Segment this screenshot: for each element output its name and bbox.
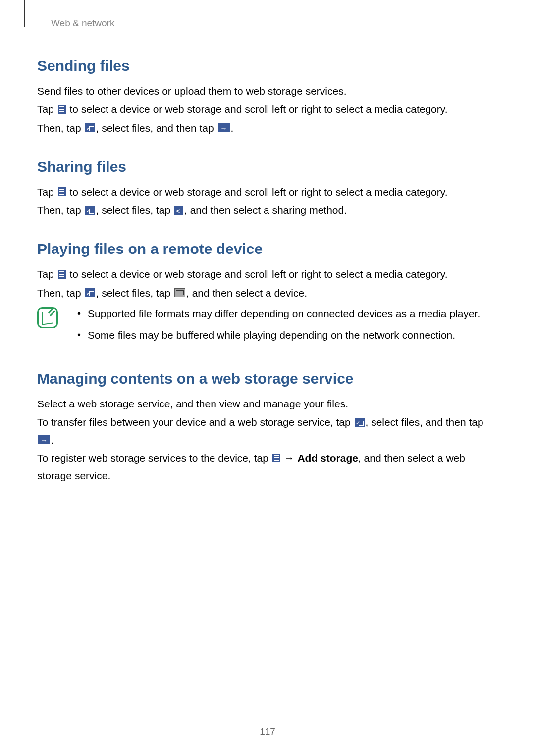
text-fragment: . bbox=[51, 434, 54, 446]
heading-playing-files: Playing files on a remote device bbox=[37, 241, 498, 257]
body-text: Tap to select a device or web storage an… bbox=[37, 265, 498, 283]
note-icon bbox=[37, 307, 58, 328]
section-sending-files: Sending files Send files to other device… bbox=[37, 57, 498, 137]
send-arrow-icon bbox=[218, 123, 230, 132]
page-number: 117 bbox=[0, 726, 535, 737]
menu-icon bbox=[58, 105, 66, 114]
body-text: Then, tap , select files, tap , and then… bbox=[37, 202, 498, 219]
text-fragment: , and then select a sharing method. bbox=[184, 204, 347, 216]
text-fragment: , and then select a device. bbox=[186, 287, 307, 299]
body-text: To register web storage services to the … bbox=[37, 450, 498, 485]
text-fragment: , select files, and then tap bbox=[366, 416, 483, 428]
text-fragment: Tap bbox=[37, 103, 57, 115]
send-arrow-icon bbox=[38, 435, 50, 444]
checkbox-icon bbox=[85, 288, 95, 297]
text-fragment: Tap bbox=[37, 268, 57, 280]
body-text: Then, tap , select files, and then tap . bbox=[37, 119, 498, 137]
section-sharing-files: Sharing files Tap to select a device or … bbox=[37, 158, 498, 219]
note-bullet-list: Supported file formats may differ depend… bbox=[76, 305, 498, 349]
heading-managing-contents: Managing contents on a web storage servi… bbox=[37, 370, 498, 387]
bold-text: Add storage bbox=[297, 453, 358, 464]
text-fragment: to select a device or web storage and sc… bbox=[67, 186, 448, 198]
text-fragment: , select files, tap bbox=[96, 204, 173, 216]
breadcrumb: Web & network bbox=[51, 18, 498, 29]
body-text: Then, tap , select files, tap , and then… bbox=[37, 284, 498, 302]
menu-icon bbox=[58, 187, 66, 196]
menu-icon bbox=[272, 454, 280, 462]
checkbox-icon bbox=[355, 418, 365, 427]
note-block: Supported file formats may differ depend… bbox=[37, 305, 498, 349]
text-fragment: Tap bbox=[37, 186, 57, 198]
body-text: Tap to select a device or web storage an… bbox=[37, 101, 498, 118]
note-item: Some files may be buffered while playing… bbox=[76, 327, 498, 344]
text-fragment: To register web storage services to the … bbox=[37, 453, 271, 464]
section-managing-contents: Managing contents on a web storage servi… bbox=[37, 370, 498, 484]
text-fragment: , select files, tap bbox=[96, 287, 173, 299]
text-fragment: , select files, and then tap bbox=[96, 122, 217, 134]
body-text: Send files to other devices or upload th… bbox=[37, 82, 498, 100]
play-device-icon bbox=[174, 288, 185, 297]
arrow-symbol: → bbox=[281, 453, 298, 464]
page-content: Web & network Sending files Send files t… bbox=[0, 0, 535, 484]
checkbox-icon bbox=[85, 123, 95, 132]
body-text: Tap to select a device or web storage an… bbox=[37, 183, 498, 201]
text-fragment: Then, tap bbox=[37, 204, 84, 216]
body-text: Select a web storage service, and then v… bbox=[37, 395, 498, 412]
share-icon bbox=[174, 206, 183, 215]
text-fragment: To transfer files between your device an… bbox=[37, 416, 354, 428]
heading-sharing-files: Sharing files bbox=[37, 158, 498, 175]
page-edge-marker bbox=[24, 0, 25, 27]
section-playing-files: Playing files on a remote device Tap to … bbox=[37, 241, 498, 349]
text-fragment: to select a device or web storage and sc… bbox=[67, 268, 448, 280]
note-item: Supported file formats may differ depend… bbox=[76, 305, 498, 322]
body-text: To transfer files between your device an… bbox=[37, 413, 498, 449]
text-fragment: Then, tap bbox=[37, 122, 84, 134]
text-fragment: Then, tap bbox=[37, 287, 84, 299]
heading-sending-files: Sending files bbox=[37, 57, 498, 74]
text-fragment: to select a device or web storage and sc… bbox=[67, 103, 448, 115]
menu-icon bbox=[58, 270, 66, 279]
text-fragment: . bbox=[231, 122, 234, 134]
checkbox-icon bbox=[85, 206, 95, 215]
